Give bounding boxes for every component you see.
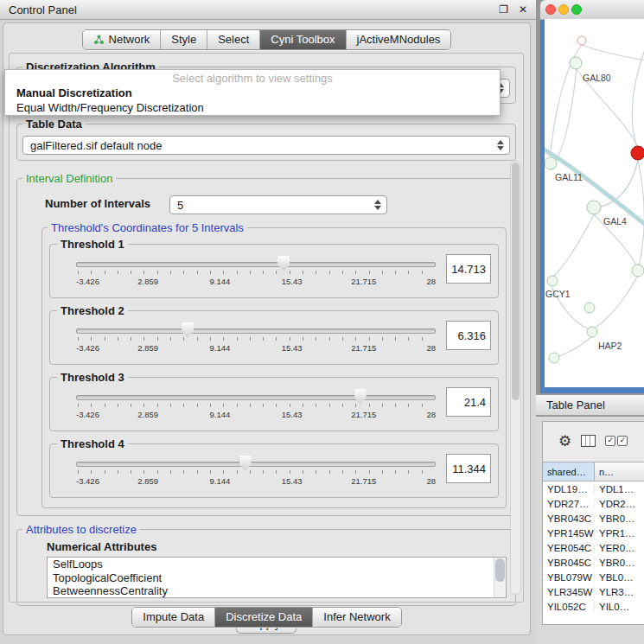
tab-impute-data[interactable]: Impute Data — [132, 608, 215, 627]
interval-definition-group: Interval Definition Number of Intervals … — [16, 172, 516, 516]
select-all-checkbox-icon[interactable]: ✓ — [605, 436, 615, 446]
network-canvas[interactable]: GAL80 GAL11 GAL4 GCY1 HAP2 — [545, 19, 644, 387]
threshold-1-slider[interactable]: -3.4262.8599.14415.4321.71528 — [76, 254, 436, 294]
table-row[interactable]: YBL079WYBL0… — [543, 570, 644, 584]
scale-label: 2.859 — [137, 410, 158, 419]
cell-shared-name[interactable]: YER054C — [543, 543, 595, 553]
cell-name[interactable]: YIL0… — [595, 602, 644, 612]
scale-label: 2.859 — [137, 343, 158, 353]
cell-name[interactable]: YDR2… — [595, 499, 644, 509]
list-scrollbar[interactable] — [494, 558, 506, 597]
table-data-combobox[interactable]: galFiltered.sif default node — [22, 136, 510, 155]
graph-node-hap2[interactable] — [587, 327, 597, 337]
cell-name[interactable]: YBR0… — [595, 558, 644, 568]
list-item[interactable]: SelfLoops — [48, 558, 506, 571]
threshold-4-value-field[interactable]: 11.344 — [446, 454, 491, 483]
attributes-group: Attributes to discretize Numerical Attri… — [16, 523, 516, 606]
graph-node[interactable] — [632, 265, 644, 277]
tab-select[interactable]: Select — [207, 30, 260, 49]
cell-name[interactable]: YLR3… — [595, 587, 644, 597]
scale-label: 28 — [426, 410, 436, 419]
tab-style[interactable]: Style — [161, 30, 207, 49]
cell-name[interactable]: YPR1… — [595, 528, 644, 539]
tab-label: Infer Network — [323, 610, 390, 623]
slider-track[interactable] — [76, 328, 436, 334]
cell-name[interactable]: YDL1… — [595, 484, 644, 494]
column-header-name[interactable]: n… — [595, 462, 644, 481]
table-panel-title: Table Panel — [546, 399, 605, 411]
algorithm-option-manual[interactable]: Manual Discretization — [5, 86, 500, 100]
slider-thumb[interactable] — [354, 389, 367, 405]
zoom-traffic-light-icon[interactable] — [571, 4, 582, 15]
threshold-1-value-field[interactable]: 14.713 — [446, 254, 491, 284]
threshold-2-slider[interactable]: -3.4262.8599.14415.4321.71528 — [76, 321, 436, 360]
slider-thumb[interactable] — [277, 256, 290, 271]
cell-shared-name[interactable]: YBR043C — [543, 513, 595, 524]
table-row[interactable]: YIL052CYIL0… — [543, 599, 644, 614]
list-item[interactable]: TopologicalCoefficient — [48, 571, 506, 585]
close-window-icon[interactable]: ✕ — [519, 3, 527, 16]
cell-shared-name[interactable]: YDL19… — [543, 484, 595, 494]
threshold-3-value-field[interactable]: 21.4 — [446, 387, 491, 417]
number-of-intervals-combobox[interactable]: 5 — [169, 195, 387, 214]
tab-jactivemnodules[interactable]: jActiveMNodules — [347, 30, 451, 49]
slider-track[interactable] — [76, 462, 436, 467]
table-row[interactable]: YDL19…YDL1… — [543, 481, 644, 496]
threshold-3-slider[interactable]: -3.4262.8599.14415.4321.71528 — [76, 387, 436, 427]
column-header-shared-name[interactable]: shared… — [543, 462, 595, 481]
table-row[interactable]: YPR145WYPR1… — [543, 526, 644, 540]
graph-node[interactable] — [577, 36, 586, 45]
graph-nodes — [545, 36, 644, 363]
graph-node-selected-red[interactable] — [631, 146, 644, 160]
gear-icon[interactable]: ⚙ — [558, 434, 571, 449]
cell-shared-name[interactable]: YLR345W — [543, 587, 595, 597]
table-row[interactable]: YBR043CYBR0… — [543, 511, 644, 526]
graph-node-gal11[interactable] — [545, 157, 557, 169]
scale-label: 9.144 — [210, 476, 231, 486]
float-window-icon[interactable]: ❐ — [499, 3, 508, 16]
cell-name[interactable]: YBL0… — [595, 572, 644, 583]
threshold-2-value-field[interactable]: 6.316 — [446, 321, 491, 350]
settings-scrollbar[interactable] — [510, 161, 521, 595]
graph-node-gcy1[interactable] — [547, 276, 558, 286]
tab-infer-network[interactable]: Infer Network — [313, 608, 400, 627]
cell-name[interactable]: YER0… — [595, 543, 644, 553]
stepper-icon — [495, 137, 505, 154]
graph-node-gal4[interactable] — [587, 201, 601, 214]
cell-shared-name[interactable]: YIL052C — [543, 602, 595, 612]
choose-columns-icon[interactable] — [581, 435, 596, 447]
threshold-label: Threshold 3 — [57, 371, 128, 384]
cell-shared-name[interactable]: YBR045C — [543, 558, 595, 568]
deselect-all-checkbox-icon[interactable]: ✓ — [617, 436, 628, 446]
slider-thumb[interactable] — [239, 456, 252, 471]
cell-name[interactable]: YBR0… — [595, 513, 644, 524]
graph-node-gal80[interactable] — [570, 57, 582, 69]
cell-shared-name[interactable]: YDR27… — [543, 499, 595, 509]
scale-label: 9.144 — [210, 343, 231, 353]
graph-node[interactable] — [584, 303, 595, 313]
scale-label: 28 — [426, 476, 436, 486]
threshold-4-slider[interactable]: -3.4262.8599.14415.4321.71528 — [76, 454, 436, 494]
close-traffic-light-icon[interactable] — [545, 4, 556, 15]
minimize-traffic-light-icon[interactable] — [558, 4, 569, 15]
threshold-4-group: Threshold 4 -3.4262.8599.14415.4321.7152… — [49, 437, 499, 498]
slider-track[interactable] — [76, 395, 436, 400]
table-row[interactable]: YBR045CYBR0… — [543, 555, 644, 570]
tab-cyni-toolbox[interactable]: Cyni Toolbox — [260, 30, 346, 49]
table-row[interactable]: YER054CYER0… — [543, 540, 644, 555]
graph-node[interactable] — [549, 353, 559, 363]
slider-track[interactable] — [76, 262, 436, 267]
numerical-attributes-list[interactable]: SelfLoopsTopologicalCoefficientBetweenne… — [47, 557, 507, 598]
cell-shared-name[interactable]: YPR145W — [543, 528, 595, 539]
tab-discretize-data[interactable]: Discretize Data — [215, 608, 313, 627]
algorithm-option-equal-width[interactable]: Equal Width/Frequency Discretization — [5, 100, 500, 115]
table-row[interactable]: YDR27…YDR2… — [543, 496, 644, 511]
table-header-row: shared… n… — [543, 462, 644, 481]
tab-network[interactable]: Network — [83, 30, 162, 49]
table-row[interactable]: YLR345WYLR3… — [543, 584, 644, 599]
cell-shared-name[interactable]: YBL079W — [543, 572, 595, 583]
tab-label: Impute Data — [143, 610, 204, 623]
slider-thumb[interactable] — [182, 322, 194, 338]
list-item[interactable]: BetweennessCentrality — [48, 584, 506, 598]
group-title: Interval Definition — [22, 172, 116, 185]
